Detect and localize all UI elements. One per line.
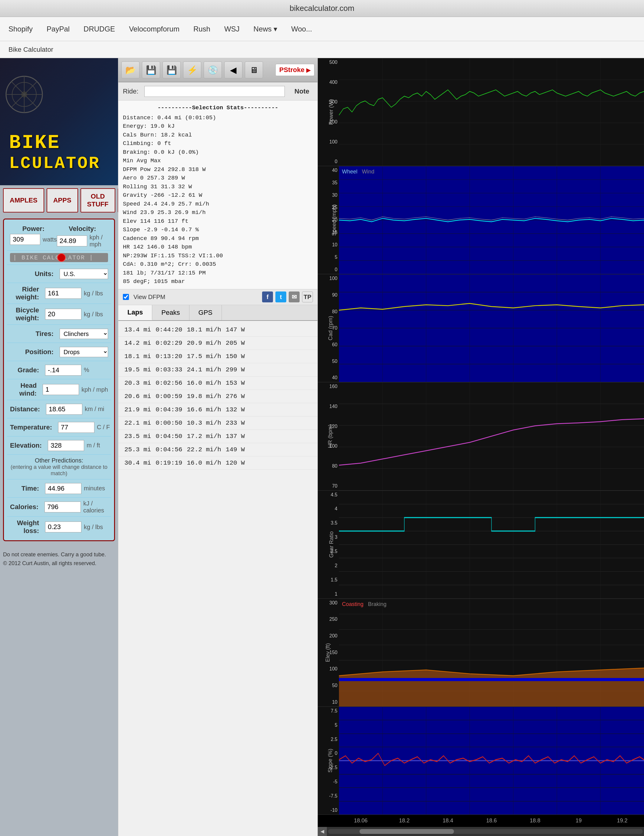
main-layout: BIKE LCULATOR AMPLES APPS OLD STUFF ABOU… — [0, 58, 644, 836]
distance-input[interactable] — [46, 404, 82, 415]
toolbar-open[interactable]: 📂 — [121, 62, 140, 78]
toolbar-save2[interactable]: 💾 — [163, 62, 181, 78]
list-item[interactable]: 19.5 mi 0:03:33 24.1 mi/h 299 W — [118, 363, 318, 377]
tp-icon[interactable]: TP — [302, 291, 313, 302]
power-velocity-row: Power: watts Velocity: kph / mph — [7, 222, 111, 251]
bicycle-weight-label: Bicycle weight: — [10, 306, 45, 322]
power-chart-area — [339, 58, 644, 166]
stat-aero: Aero 0 257.3 289 W — [123, 174, 313, 183]
menu-news[interactable]: News ▾ — [251, 24, 280, 34]
menu-velocomp[interactable]: Velocompforum — [127, 24, 182, 34]
time-row: Time: minutes — [7, 480, 111, 498]
toolbar-monitor[interactable]: 🖥 — [245, 62, 263, 78]
list-item[interactable]: 14.2 mi 0:02:29 20.9 mi/h 205 W — [118, 336, 318, 350]
tab-peaks[interactable]: Peaks — [152, 305, 189, 320]
grade-input[interactable] — [45, 365, 82, 376]
list-item[interactable]: 18.1 mi 0:13:20 17.5 mi/h 150 W — [118, 350, 318, 363]
cad-chart-svg — [339, 274, 644, 382]
toolbar-save1[interactable]: 💾 — [142, 62, 160, 78]
nav-samples[interactable]: AMPLES — [3, 188, 44, 212]
gear-chart: 4.5 4 3.5 3 2.5 2 1.5 1 Gear Ratio — [318, 491, 644, 599]
power-y-axis: 500 400 300 200 100 0 — [318, 58, 339, 166]
power-input[interactable] — [10, 234, 40, 245]
scrollbar-thumb[interactable] — [360, 829, 454, 834]
scrollbar-track[interactable] — [328, 829, 643, 834]
dfpm-checkbox[interactable] — [123, 294, 129, 300]
slider-bar[interactable]: | BIKE CALCULATOR | — [10, 253, 108, 262]
stat-slope: Slope -2.9 -0.14 0.7 % — [123, 225, 313, 234]
gear-y-axis: 4.5 4 3.5 3 2.5 2 1.5 1 — [318, 491, 339, 598]
slider-row: | BIKE CALCULATOR | — [7, 251, 111, 265]
velocity-input[interactable] — [57, 235, 87, 247]
rider-weight-input[interactable] — [45, 288, 82, 299]
list-item[interactable]: 22.1 mi 0:00:50 10.3 mi/h 233 W — [118, 416, 318, 430]
window-title: bikecalculator.com — [290, 3, 354, 13]
units-label: Units: — [10, 270, 60, 278]
social-icons: f t ✉ TP — [262, 291, 313, 302]
footer-line2: © 2012 Curt Austin, all rights reserved. — [3, 559, 115, 568]
menu-paypal[interactable]: PayPal — [44, 24, 72, 34]
elevation-label: Elevation: — [10, 442, 48, 449]
bicycle-weight-input[interactable] — [45, 309, 82, 320]
weight-loss-row: Weight loss: kg / lbs — [7, 517, 111, 537]
position-select[interactable]: Drops Hoods Tops — [60, 347, 108, 357]
toolbar-back[interactable]: ◀ — [224, 62, 242, 78]
chart-scrollbar: ◀ — [318, 827, 644, 836]
list-item[interactable]: 21.9 mi 0:04:39 16.6 mi/h 132 W — [118, 403, 318, 416]
toolbar-disk[interactable]: 💿 — [204, 62, 222, 78]
slope-chart-area — [339, 707, 644, 815]
list-item[interactable]: 23.5 mi 0:04:50 17.2 mi/h 137 W — [118, 430, 318, 443]
list-item[interactable]: 30.4 mi 0:19:19 16.0 mi/h 120 W — [118, 456, 318, 470]
units-select[interactable]: U.S. Metric — [60, 269, 108, 279]
menu-shopify[interactable]: Shopify — [6, 24, 35, 34]
x-label-0: 18.06 — [339, 818, 383, 824]
lap-tabs: Laps Peaks GPS — [118, 305, 318, 321]
toolbar-usb[interactable]: ⚡ — [183, 62, 201, 78]
menu-wsj[interactable]: WSJ — [222, 24, 242, 34]
stat-speed: Speed 24.4 24.9 25.7 mi/h — [123, 200, 313, 209]
temperature-input[interactable] — [58, 422, 95, 433]
tab-gps[interactable]: GPS — [189, 305, 222, 320]
elevation-input[interactable] — [48, 440, 84, 451]
other-predictions-header: Other Predictions: (entering a value wil… — [7, 455, 111, 480]
menu-drudge[interactable]: DRUDGE — [81, 24, 117, 34]
note-button[interactable]: Note — [291, 86, 313, 96]
list-item[interactable]: 25.3 mi 0:04:56 22.2 mi/h 149 W — [118, 443, 318, 456]
hr-chart-svg — [339, 382, 644, 490]
stat-rolling: Rolling 31 31.3 32 W — [123, 183, 313, 191]
list-item[interactable]: 20.6 mi 0:00:59 19.8 mi/h 276 W — [118, 390, 318, 403]
time-input[interactable] — [45, 483, 82, 494]
menu-bar: Shopify PayPal DRUDGE Velocompforum Rush… — [0, 17, 644, 41]
ride-input[interactable] — [144, 86, 285, 97]
facebook-icon[interactable]: f — [262, 291, 273, 302]
nav-old-stuff[interactable]: OLD STUFF — [80, 188, 115, 212]
x-label-6: 19.2 — [600, 818, 644, 824]
position-label: Position: — [10, 348, 60, 356]
slider-text: | BIKE CALCULATOR | — [10, 254, 96, 261]
menu-rush[interactable]: Rush — [191, 24, 213, 34]
calc-box: Power: watts Velocity: kph / mph — [3, 219, 115, 541]
email-icon[interactable]: ✉ — [289, 291, 300, 302]
list-item[interactable]: 20.3 mi 0:02:56 16.0 mi/h 153 W — [118, 377, 318, 390]
menu-woo[interactable]: Woo... — [289, 24, 315, 34]
laps-table: 13.4 mi 0:44:20 18.1 mi/h 147 W 14.2 mi … — [118, 321, 318, 836]
headwind-input[interactable] — [43, 384, 79, 395]
slope-y-axis: 7.5 5 2.5 0 -2.5 -5 -7.5 -10 — [318, 707, 339, 815]
list-item[interactable]: 13.4 mi 0:44:20 18.1 mi/h 147 W — [118, 323, 318, 336]
slider-knob[interactable] — [57, 253, 66, 262]
twitter-icon[interactable]: t — [276, 291, 286, 302]
cad-chart-area — [339, 274, 644, 382]
distance-label: Distance: — [10, 405, 46, 413]
tires-select[interactable]: Clinchers Tubulars — [60, 329, 108, 339]
weight-loss-input[interactable] — [45, 521, 82, 532]
distance-unit: km / mi — [85, 406, 109, 413]
ride-note-bar: Ride: Note — [118, 82, 318, 101]
nav-apps[interactable]: APPS — [47, 188, 78, 212]
scroll-left[interactable]: ◀ — [318, 827, 327, 836]
headwind-row: Head wind: kph / mph — [7, 379, 111, 400]
calories-input[interactable] — [44, 501, 81, 513]
stat-info: 181 lb; 7/31/17 12:15 PM — [123, 269, 313, 278]
elev-chart-area — [339, 599, 644, 707]
tab-laps[interactable]: Laps — [118, 305, 152, 320]
x-label-3: 18.6 — [470, 818, 513, 824]
